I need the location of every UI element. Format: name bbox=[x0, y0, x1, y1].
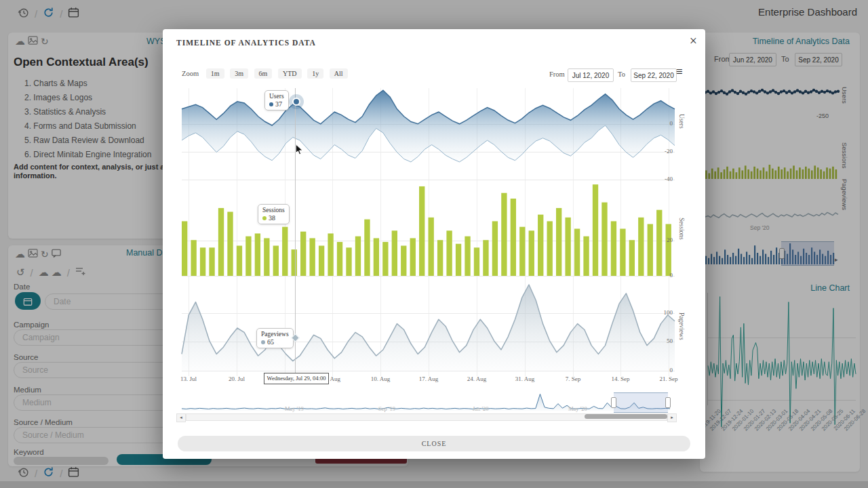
x-tick: 31. Aug bbox=[505, 375, 545, 382]
tooltip-value: 37 bbox=[275, 100, 282, 108]
x-tick: 7. Sep bbox=[553, 375, 593, 382]
zoom-1m-button[interactable]: 1m bbox=[206, 68, 224, 79]
zoom-6m-button[interactable]: 6m bbox=[254, 68, 273, 79]
series-dot bbox=[261, 340, 265, 344]
crosshair-label: Wednesday, Jul 29, 04:00 bbox=[264, 373, 329, 384]
series-dot bbox=[262, 216, 267, 220]
navigator-tick: Sep '19 bbox=[378, 405, 395, 412]
tooltip-title: Sessions bbox=[262, 207, 285, 214]
from-label: From bbox=[549, 70, 565, 78]
modal-title: TIMELINE OF ANALYTICS DATA bbox=[176, 39, 316, 47]
users-marker bbox=[292, 98, 300, 106]
timeline-modal: TIMELINE OF ANALYTICS DATA × Zoom 1m 3m … bbox=[163, 29, 705, 459]
close-button[interactable]: CLOSE bbox=[178, 436, 690, 451]
navigator-handle-left[interactable] bbox=[611, 397, 616, 408]
zoom-toolbar: Zoom 1m 3m 6m YTD 1y All bbox=[182, 68, 352, 79]
users-area-chart bbox=[182, 88, 675, 163]
x-tick: 13. Jul bbox=[168, 375, 209, 382]
tooltip-title: Pageviews bbox=[261, 331, 289, 338]
tooltip-value: 65 bbox=[267, 338, 274, 346]
x-tick: 14. Sep bbox=[600, 375, 641, 382]
navigator-tick: May '19 bbox=[285, 405, 304, 412]
close-icon[interactable]: × bbox=[690, 33, 697, 49]
tooltip-title: Users bbox=[269, 93, 284, 100]
x-tick: 20. Jul bbox=[216, 375, 257, 382]
users-tick: 0 bbox=[654, 120, 673, 127]
x-tick: 10. Aug bbox=[360, 375, 401, 382]
pageviews-axis-title: Pageviews bbox=[678, 312, 685, 340]
navigator-handle-right[interactable] bbox=[665, 397, 671, 408]
pageviews-tick: 0 bbox=[654, 367, 673, 373]
navigator-tick: Jan '20 bbox=[473, 405, 489, 412]
sessions-bar-chart bbox=[182, 182, 675, 276]
tooltip-value: 38 bbox=[269, 214, 275, 222]
pageviews-area-chart bbox=[182, 285, 675, 371]
gridline bbox=[182, 180, 675, 180]
chart-menu-icon[interactable]: ≡ bbox=[676, 65, 683, 79]
zoom-1y-button[interactable]: 1y bbox=[307, 68, 323, 79]
users-tooltip: Users 37 bbox=[264, 90, 289, 110]
range-from-input[interactable] bbox=[568, 68, 614, 82]
sessions-axis-title: Sessions bbox=[678, 218, 685, 240]
sessions-tick: 20 bbox=[654, 237, 673, 243]
pageviews-tooltip: Pageviews 65 bbox=[256, 328, 294, 348]
to-label: To bbox=[618, 70, 625, 78]
sessions-tick: 0 bbox=[654, 272, 673, 279]
users-tick: -40 bbox=[654, 176, 673, 182]
navigator-tick: May '20 bbox=[568, 405, 587, 412]
mouse-cursor bbox=[296, 144, 304, 155]
zoom-3m-button[interactable]: 3m bbox=[230, 68, 248, 79]
pageviews-tick: 50 bbox=[654, 338, 673, 344]
zoom-label: Zoom bbox=[182, 70, 199, 77]
x-tick: 17. Aug bbox=[408, 375, 449, 382]
zoom-all-button[interactable]: All bbox=[330, 68, 348, 79]
users-tick: -20 bbox=[654, 148, 673, 155]
x-tick: 21. Sep bbox=[648, 375, 689, 382]
scrollbar-right-icon[interactable]: ▸ bbox=[667, 413, 677, 422]
pageviews-tick: 100 bbox=[654, 309, 673, 316]
x-tick: 24. Aug bbox=[456, 375, 497, 382]
scrollbar-left-icon[interactable]: ◂ bbox=[176, 413, 186, 422]
series-dot bbox=[269, 102, 273, 106]
navigator-selection[interactable] bbox=[614, 392, 668, 413]
gridline bbox=[182, 276, 675, 277]
range-to-input[interactable] bbox=[631, 68, 677, 82]
scrollbar-thumb[interactable] bbox=[585, 414, 667, 419]
navigator-chart[interactable] bbox=[182, 393, 670, 411]
sessions-tooltip: Sessions 38 bbox=[258, 204, 290, 224]
users-axis-title: Users bbox=[678, 114, 685, 129]
zoom-ytd-button[interactable]: YTD bbox=[278, 68, 302, 79]
